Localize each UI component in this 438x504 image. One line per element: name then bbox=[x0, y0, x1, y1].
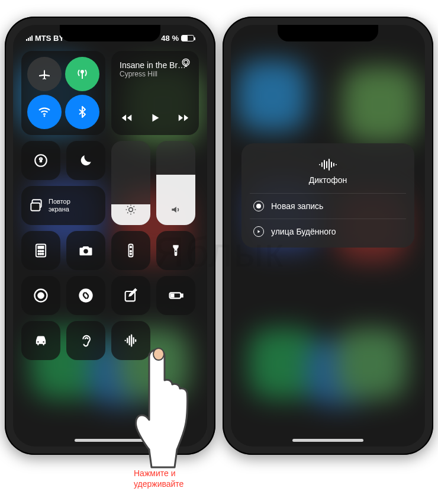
battery-icon bbox=[181, 35, 194, 41]
compose-icon bbox=[123, 287, 139, 304]
waveform-icon bbox=[317, 158, 339, 172]
svg-rect-30 bbox=[171, 294, 174, 297]
svg-point-18 bbox=[83, 249, 88, 253]
orientation-lock-icon bbox=[33, 153, 49, 168]
svg-point-2 bbox=[44, 115, 46, 117]
home-indicator[interactable] bbox=[292, 439, 363, 442]
bluetooth-toggle[interactable] bbox=[65, 95, 99, 129]
ear-icon bbox=[78, 332, 94, 349]
instruction-caption: Нажмите и удерживайте bbox=[134, 468, 183, 489]
screen-mirroring-button[interactable]: Повтор экрана bbox=[21, 186, 105, 225]
signal-bars-icon bbox=[26, 35, 33, 41]
apple-tv-remote-button[interactable] bbox=[111, 231, 150, 270]
calculator-icon bbox=[33, 242, 49, 259]
connectivity-module[interactable] bbox=[21, 51, 105, 135]
media-play-button[interactable] bbox=[149, 111, 162, 124]
svg-point-4 bbox=[184, 60, 188, 65]
svg-point-21 bbox=[130, 251, 131, 252]
svg-point-12 bbox=[38, 251, 39, 252]
svg-point-31 bbox=[37, 341, 38, 342]
popup-new-recording[interactable]: Новая запись bbox=[241, 194, 414, 219]
svg-point-13 bbox=[40, 251, 41, 252]
svg-point-14 bbox=[42, 251, 43, 252]
svg-point-25 bbox=[38, 293, 43, 298]
media-next-button[interactable] bbox=[177, 111, 190, 124]
screen: Диктофон Новая запись улица Будённого bbox=[231, 25, 425, 447]
do-not-disturb-toggle[interactable] bbox=[66, 141, 105, 180]
svg-point-23 bbox=[175, 251, 176, 252]
airplane-mode-toggle[interactable] bbox=[27, 57, 62, 91]
moon-icon bbox=[78, 153, 94, 168]
notes-button[interactable] bbox=[111, 276, 150, 315]
record-icon bbox=[33, 287, 49, 304]
airplane-icon bbox=[37, 67, 51, 81]
battery-percent: 48 % bbox=[161, 34, 179, 43]
carrier-label: MTS BY bbox=[35, 34, 64, 43]
svg-rect-29 bbox=[181, 294, 182, 297]
notch bbox=[278, 25, 378, 41]
svg-point-32 bbox=[43, 341, 44, 342]
svg-point-22 bbox=[130, 253, 131, 255]
svg-point-20 bbox=[130, 246, 131, 248]
car-icon bbox=[33, 332, 49, 349]
svg-point-1 bbox=[81, 70, 83, 73]
play-circle-icon bbox=[253, 226, 264, 237]
voice-memos-popup: Диктофон Новая запись улица Будённого bbox=[241, 143, 414, 248]
low-power-button[interactable] bbox=[156, 276, 195, 315]
wifi-icon bbox=[37, 105, 51, 119]
flashlight-icon bbox=[168, 242, 184, 259]
svg-point-3 bbox=[182, 59, 189, 66]
notch bbox=[60, 25, 160, 41]
remote-icon bbox=[123, 242, 139, 259]
svg-rect-11 bbox=[38, 246, 43, 249]
calculator-button[interactable] bbox=[21, 231, 60, 270]
popup-item-label: улица Будённого bbox=[271, 227, 336, 236]
antenna-icon bbox=[75, 67, 89, 81]
hearing-button[interactable] bbox=[66, 321, 105, 360]
media-module[interactable]: Insane in the Br… Cypress Hill bbox=[111, 51, 199, 135]
svg-point-17 bbox=[42, 253, 43, 255]
camera-button[interactable] bbox=[66, 231, 105, 270]
popup-title: Диктофон bbox=[309, 175, 347, 185]
media-prev-button[interactable] bbox=[120, 111, 133, 124]
svg-rect-8 bbox=[31, 203, 40, 211]
driving-mode-button[interactable] bbox=[21, 321, 60, 360]
brightness-icon bbox=[125, 204, 137, 216]
shazam-icon bbox=[78, 287, 94, 304]
svg-point-26 bbox=[79, 288, 92, 302]
media-artist: Cypress Hill bbox=[120, 70, 191, 78]
popup-play-recording[interactable]: улица Будённого bbox=[241, 219, 414, 244]
phone-frame-right: Диктофон Новая запись улица Будённого bbox=[223, 17, 433, 455]
shazam-button[interactable] bbox=[66, 276, 105, 315]
battery-icon bbox=[168, 287, 184, 304]
orientation-lock-toggle[interactable] bbox=[21, 141, 60, 180]
bluetooth-icon bbox=[75, 105, 89, 119]
wifi-toggle[interactable] bbox=[27, 95, 62, 129]
screen-record-button[interactable] bbox=[21, 276, 60, 315]
volume-icon bbox=[170, 204, 182, 216]
cellular-data-toggle[interactable] bbox=[65, 57, 99, 91]
screen-mirroring-icon bbox=[28, 198, 44, 213]
svg-point-33 bbox=[153, 348, 164, 360]
camera-icon bbox=[78, 242, 94, 259]
popup-item-label: Новая запись bbox=[271, 201, 323, 211]
brightness-slider[interactable] bbox=[111, 141, 150, 225]
screen-mirroring-label: Повтор экрана bbox=[49, 198, 70, 213]
svg-point-16 bbox=[40, 253, 41, 255]
svg-point-15 bbox=[38, 253, 39, 255]
record-dot-icon bbox=[253, 201, 264, 211]
volume-slider[interactable] bbox=[156, 141, 195, 225]
flashlight-button[interactable] bbox=[156, 231, 195, 270]
airplay-icon[interactable] bbox=[180, 57, 192, 69]
hand-pointer-illustration bbox=[130, 344, 201, 474]
svg-point-9 bbox=[129, 208, 133, 212]
